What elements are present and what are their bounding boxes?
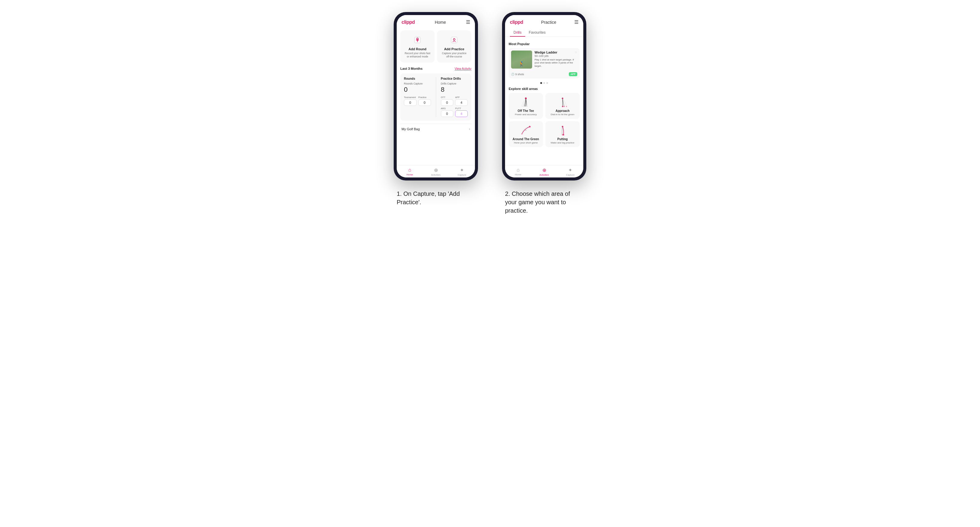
phone2-header: clippd Practice ☰	[505, 15, 583, 28]
skill-putting[interactable]: Putting Make and lag practice	[546, 121, 580, 147]
activities2-label: Activities	[539, 173, 549, 176]
practice-label: Practice	[418, 96, 431, 98]
nav-home[interactable]: ⌂ Home	[397, 167, 423, 176]
add-practice-card[interactable]: Add Practice Capture your practice off-t…	[437, 30, 471, 63]
tab-drills[interactable]: Drills	[510, 28, 525, 37]
phone2-logo: clippd	[510, 19, 523, 25]
arg-label: ARG	[441, 107, 453, 110]
activities-label: Activities	[431, 173, 441, 176]
caption1-text: On Capture, tap 'Add Practice'.	[397, 190, 460, 205]
featured-card[interactable]: 🏌️ Wedge Ladder ☆ 50–100 yds Play 1 shot…	[509, 48, 580, 78]
capture2-icon: ✦	[568, 167, 572, 173]
rounds-sub-grid: Tournament 0 Practice 0	[404, 96, 431, 106]
rounds-col: Rounds Rounds Capture 0 Tournament 0	[404, 77, 431, 117]
tournament-label: Tournament	[404, 96, 417, 98]
approach-desc: Dial-in to hit the green	[551, 113, 574, 116]
phone2-title: Practice	[541, 20, 557, 25]
off-tee-desc: Power and accuracy	[515, 113, 537, 116]
svg-rect-5	[451, 37, 457, 43]
off-tee-visual	[518, 96, 533, 108]
skill-approach[interactable]: Approach Dial-in to hit the green	[546, 93, 580, 119]
tournament-item: Tournament 0	[404, 96, 417, 106]
caption1: 1. On Capture, tap 'Add Practice'.	[397, 189, 475, 206]
add-practice-title: Add Practice	[444, 47, 464, 51]
practice-item: Practice 0	[418, 96, 431, 106]
phone1-frame: clippd Home ☰	[394, 12, 478, 181]
caption2-number: 2.	[505, 190, 510, 197]
capture-icon: ✦	[460, 167, 464, 173]
around-green-desc: Hone your short game	[514, 141, 538, 144]
phone2-screen: clippd Practice ☰ Drills Favourites Most…	[505, 15, 583, 178]
svg-point-12	[562, 106, 563, 107]
ott-label: OTT	[441, 96, 453, 98]
star-icon[interactable]: ☆	[574, 51, 577, 54]
golf-bag-label: My Golf Bag	[401, 127, 420, 131]
ott-value: 0	[441, 99, 453, 106]
nav2-capture[interactable]: ✦ Capture	[557, 167, 583, 176]
clock-icon: 🕐	[511, 73, 514, 76]
page-container: clippd Home ☰	[309, 12, 671, 215]
svg-point-11	[563, 106, 565, 107]
putt-item: PUTT 4	[455, 107, 468, 117]
nav2-activities[interactable]: ⊕ Activities	[531, 167, 557, 176]
drills-capture-value: 8	[441, 86, 468, 94]
tournament-value: 0	[404, 99, 417, 106]
drills-sub-grid2: ARG 0 PUTT 4	[441, 107, 468, 117]
off-tee-name: Off The Tee	[518, 109, 534, 113]
svg-point-10	[566, 106, 567, 107]
phone1-bottom-nav: ⌂ Home ⊕ Activities ✦ Capture	[397, 165, 475, 178]
action-cards: Add Round Record your shots fast or enha…	[400, 30, 471, 63]
home2-icon: ⌂	[517, 167, 520, 173]
putting-visual	[555, 124, 570, 136]
arg-value: 0	[441, 110, 453, 117]
golf-bag-row[interactable]: My Golf Bag ›	[400, 124, 471, 134]
caption2-text: Choose which area of your game you want …	[505, 190, 570, 214]
featured-range: 50–100 yds	[535, 54, 577, 57]
putt-label: PUTT	[455, 107, 468, 110]
activities2-icon: ⊕	[542, 167, 546, 173]
arg-item: ARG 0	[441, 107, 453, 117]
caption1-number: 1.	[397, 190, 402, 197]
rounds-capture-label: Rounds Capture	[404, 82, 431, 85]
featured-img: 🏌️	[511, 51, 532, 68]
featured-name: Wedge Ladder	[535, 51, 557, 54]
home-icon: ⌂	[409, 167, 412, 173]
dot-1	[540, 82, 542, 84]
add-round-title: Add Round	[409, 47, 426, 51]
putt-value: 4	[455, 110, 468, 117]
shots-count-text: 9 shots	[515, 73, 524, 76]
home2-label: Home	[515, 173, 521, 176]
dot-3	[546, 82, 548, 84]
tab-favourites[interactable]: Favourites	[525, 28, 549, 37]
phone1-section: clippd Home ☰	[394, 12, 478, 206]
putting-desc: Make and lag practice	[551, 141, 574, 144]
stats-header: Last 3 Months View Activity	[400, 67, 471, 70]
app-badge: APP	[569, 72, 577, 76]
add-round-card[interactable]: Add Round Record your shots fast or enha…	[400, 30, 434, 63]
nav2-home[interactable]: ⌂ Home	[505, 167, 531, 176]
add-round-icon	[412, 35, 423, 45]
phone1-logo: clippd	[401, 19, 415, 25]
drills-capture-label: Drills Capture	[441, 82, 468, 85]
phone2-frame: clippd Practice ☰ Drills Favourites Most…	[502, 12, 586, 181]
featured-footer: 🕐 9 shots APP	[509, 71, 580, 78]
phone2-menu-icon[interactable]: ☰	[574, 19, 579, 25]
nav-capture[interactable]: ✦ Capture	[449, 167, 475, 176]
shots-count: 🕐 9 shots	[511, 73, 524, 76]
view-activity-link[interactable]: View Activity	[455, 67, 471, 70]
phone1-menu-icon[interactable]: ☰	[466, 19, 470, 25]
caption2: 2. Choose which area of your game you wa…	[505, 189, 583, 215]
rounds-capture-value: 0	[404, 86, 431, 94]
skill-off-the-tee[interactable]: Off The Tee Power and accuracy	[509, 93, 543, 119]
add-practice-icon	[449, 35, 460, 45]
skill-around-green[interactable]: Around The Green Hone your short game	[509, 121, 543, 147]
app-value: 4	[455, 99, 468, 106]
rounds-title: Rounds	[404, 77, 431, 80]
stats-period: Last 3 Months	[400, 67, 423, 70]
featured-desc: Play 1 shot at each target yardage. If y…	[535, 58, 577, 68]
dot-2	[543, 82, 545, 84]
chevron-right-icon: ›	[469, 127, 470, 131]
phone2-bottom-nav: ⌂ Home ⊕ Activities ✦ Capture	[505, 165, 583, 178]
around-green-visual	[518, 124, 533, 136]
nav-activities[interactable]: ⊕ Activities	[423, 167, 449, 176]
